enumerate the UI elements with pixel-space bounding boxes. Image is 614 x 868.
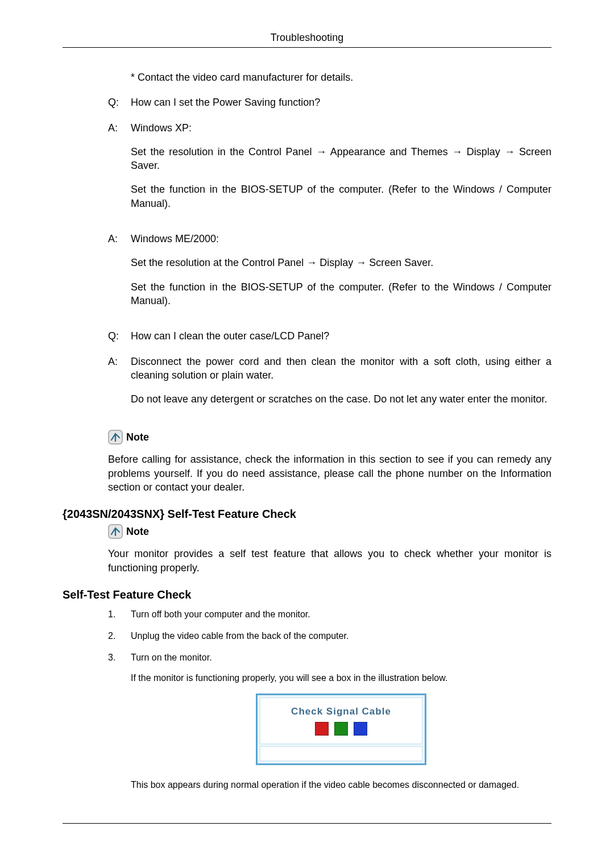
page: Troubleshooting * Contact the video card…	[0, 0, 614, 868]
illustration-inner: Check Signal Cable	[260, 697, 422, 744]
step-paragraph: Turn on the monitor.	[131, 653, 551, 663]
qa-label	[108, 70, 131, 84]
qa-paragraph: Set the function in the BIOS-SETUP of th…	[131, 280, 551, 308]
step-number: 3.	[108, 653, 131, 800]
step-number: 2.	[108, 631, 131, 641]
qa-paragraph: Disconnect the power cord and then clean…	[131, 355, 551, 383]
qa-item: A: Disconnect the power cord and then cl…	[108, 355, 551, 417]
step-paragraph: If the monitor is functioning properly, …	[131, 673, 551, 683]
illustration-footer-bar	[260, 746, 422, 761]
qa-item: * Contact the video card manufacturer fo…	[108, 70, 551, 84]
note-label: Note	[126, 526, 149, 538]
qa-section: * Contact the video card manufacturer fo…	[63, 70, 551, 416]
section-heading: {2043SN/2043SNX} Self-Test Feature Check	[63, 508, 551, 521]
subsection-heading: Self-Test Feature Check	[63, 588, 551, 601]
note-icon	[108, 524, 123, 539]
check-signal-cable-illustration: Check Signal Cable	[256, 693, 426, 765]
qa-item: A: Windows ME/2000: Set the resolution a…	[108, 232, 551, 318]
step-text: Turn off both your computer and the moni…	[131, 609, 551, 620]
qa-label: Q:	[108, 329, 131, 343]
illustration-title: Check Signal Cable	[260, 706, 422, 717]
qa-text-group: Windows ME/2000: Set the resolution at t…	[131, 232, 551, 318]
green-square-icon	[334, 722, 348, 736]
step-paragraph: This box appears during normal operation…	[131, 780, 551, 790]
qa-item: Q: How can I set the Power Saving functi…	[108, 95, 551, 109]
note-label: Note	[126, 431, 149, 443]
qa-label: A:	[108, 355, 131, 417]
note-block: Note	[63, 524, 551, 539]
step-text-group: Turn on the monitor. If the monitor is f…	[131, 653, 551, 800]
qa-paragraph: Windows XP:	[131, 121, 551, 135]
step-item: 1. Turn off both your computer and the m…	[63, 609, 551, 620]
note-block: Note	[63, 430, 551, 445]
qa-text: How can I clean the outer case/LCD Panel…	[131, 329, 551, 343]
step-number: 1.	[108, 609, 131, 620]
note-icon	[108, 430, 123, 445]
qa-text-group: Disconnect the power cord and then clean…	[131, 355, 551, 417]
blue-square-icon	[354, 722, 367, 736]
qa-paragraph: Do not leave any detergent or scratches …	[131, 392, 551, 406]
qa-paragraph: Set the function in the BIOS-SETUP of th…	[131, 182, 551, 210]
qa-label: Q:	[108, 95, 131, 109]
qa-text-group: Windows XP: Set the resolution in the Co…	[131, 121, 551, 221]
qa-text: * Contact the video card manufacturer fo…	[131, 70, 551, 84]
qa-paragraph: Set the resolution at the Control Panel …	[131, 256, 551, 269]
red-square-icon	[315, 722, 329, 736]
qa-item: A: Windows XP: Set the resolution in the…	[108, 121, 551, 221]
color-squares	[260, 722, 422, 736]
qa-item: Q: How can I clean the outer case/LCD Pa…	[108, 329, 551, 343]
qa-label: A:	[108, 232, 131, 318]
note-body: Your monitor provides a self test featur…	[63, 547, 551, 575]
step-text: Unplug the video cable from the back of …	[131, 631, 551, 641]
qa-paragraph: Set the resolution in the Control Panel …	[131, 145, 551, 173]
qa-label: A:	[108, 121, 131, 221]
footer-divider	[63, 823, 551, 824]
header-divider	[63, 47, 551, 48]
qa-text: How can I set the Power Saving function?	[131, 95, 551, 109]
page-header-title: Troubleshooting	[63, 32, 551, 44]
qa-paragraph: Windows ME/2000:	[131, 232, 551, 246]
note-body: Before calling for assistance, check the…	[63, 452, 551, 494]
step-item: 3. Turn on the monitor. If the monitor i…	[63, 653, 551, 800]
step-item: 2. Unplug the video cable from the back …	[63, 631, 551, 641]
